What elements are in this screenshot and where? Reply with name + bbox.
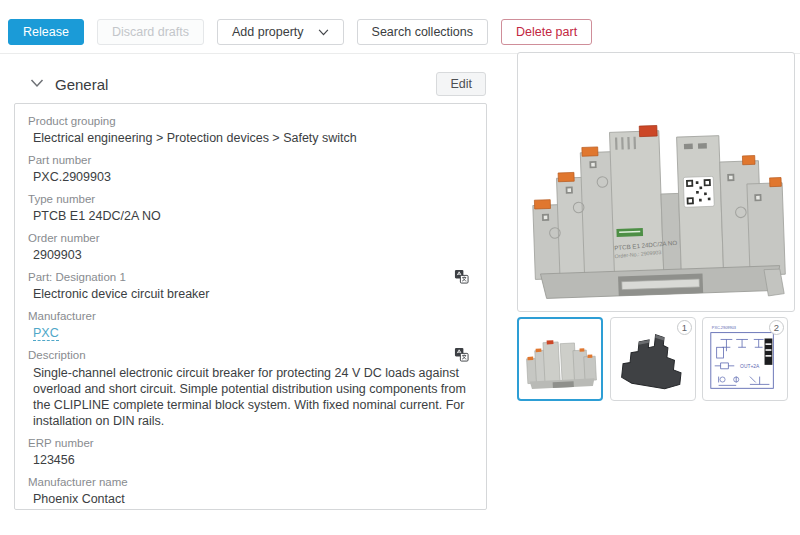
part-detail-page: Release Discard drafts Add property Sear… — [0, 0, 800, 535]
field-value: PTCB E1 24DC/2A NO — [28, 209, 473, 224]
search-collections-button[interactable]: Search collections — [357, 19, 488, 45]
field-label: Type number — [28, 193, 473, 206]
field-value: 2909903 — [28, 248, 473, 263]
section-title: General — [55, 76, 108, 93]
general-fields-panel: Product grouping Electrical engineering … — [14, 103, 487, 510]
edit-button[interactable]: Edit — [436, 72, 486, 96]
field-value: Single-channel electronic circuit breake… — [28, 365, 473, 429]
field-value: Electrical engineering > Protection devi… — [28, 131, 473, 146]
field-type-number: Type number PTCB E1 24DC/2A NO — [28, 193, 473, 224]
field-description: Description Single-channel electronic ci… — [28, 349, 473, 429]
add-property-dropdown[interactable]: Add property — [217, 19, 344, 45]
field-part-number: Part number PXC.2909903 — [28, 154, 473, 185]
field-value: PXC.2909903 — [28, 170, 473, 185]
collapse-chevron-icon[interactable] — [30, 78, 44, 88]
field-label: ERP number — [28, 437, 473, 450]
field-value: Electronic device circuit breaker — [28, 287, 473, 302]
general-section-header: General Edit — [14, 72, 487, 98]
toolbar: Release Discard drafts Add property Sear… — [8, 19, 592, 45]
chevron-down-icon — [318, 29, 329, 36]
field-part-designation-1: Part: Designation 1 Electronic device ci… — [28, 271, 473, 302]
field-manufacturer: Manufacturer PXC — [28, 310, 473, 341]
thumbnail-photo-image — [519, 319, 601, 399]
discard-drafts-button[interactable]: Discard drafts — [97, 19, 204, 45]
thumbnail-badge: 1 — [677, 320, 692, 335]
circuit-breaker-product-image: PTCB E1 24DC/2A NO Order-No.: 2909903 — [524, 95, 788, 311]
field-label: Part number — [28, 154, 473, 167]
field-label: Part: Designation 1 — [28, 271, 473, 284]
thumbnail-photo[interactable] — [517, 317, 603, 401]
thumbnail-schematic[interactable]: PXC.2909903 OUT+2A 2 — [702, 317, 788, 401]
field-erp-number: ERP number 123456 — [28, 437, 473, 468]
translations-icon[interactable] — [454, 269, 469, 284]
field-label: Product grouping — [28, 115, 473, 128]
delete-part-button[interactable]: Delete part — [501, 19, 592, 45]
schematic-title: PXC.2909903 — [712, 325, 736, 330]
field-label: Description — [28, 349, 473, 362]
release-button[interactable]: Release — [8, 19, 84, 45]
thumbnail-cad-model[interactable]: 1 — [610, 317, 696, 401]
field-label: Manufacturer — [28, 310, 473, 323]
field-order-number: Order number 2909903 — [28, 232, 473, 263]
field-value: Phoenix Contact — [28, 492, 473, 507]
manufacturer-link[interactable]: PXC — [33, 326, 59, 341]
translations-icon[interactable] — [454, 347, 469, 362]
field-product-grouping: Product grouping Electrical engineering … — [28, 115, 473, 146]
schematic-output-label: OUT+2A — [740, 364, 760, 369]
field-label: Order number — [28, 232, 473, 245]
add-property-label: Add property — [232, 25, 304, 39]
field-label: Manufacturer name — [28, 476, 473, 489]
thumbnail-badge: 2 — [769, 320, 784, 335]
main-product-image[interactable]: PTCB E1 24DC/2A NO Order-No.: 2909903 — [517, 52, 795, 312]
field-value: 123456 — [28, 453, 473, 468]
field-manufacturer-name: Manufacturer name Phoenix Contact — [28, 476, 473, 507]
